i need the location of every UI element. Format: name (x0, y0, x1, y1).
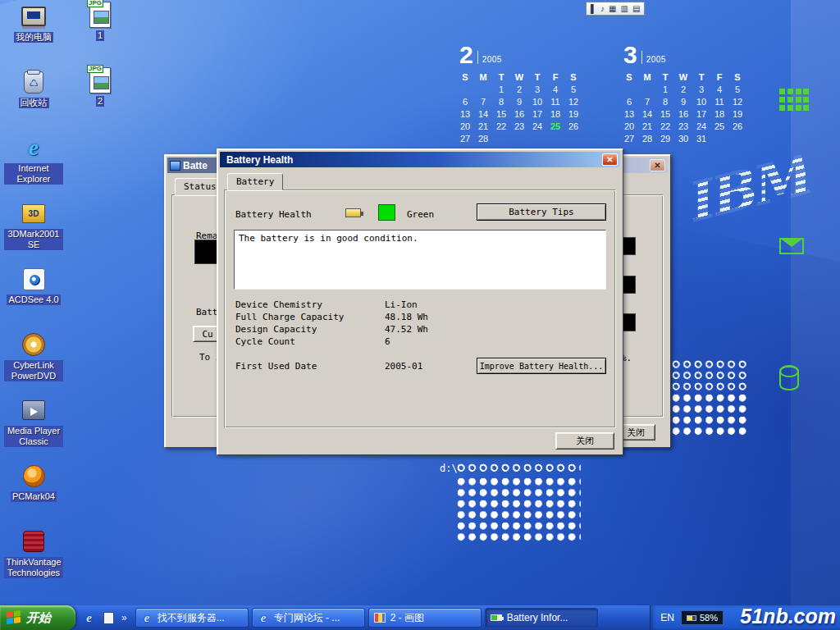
calendar-day: 14 (474, 109, 492, 119)
calendar-day: 8 (656, 97, 674, 107)
calendar-grid: SMTWTFS123456789101112131415161718192021… (456, 72, 584, 144)
calendar-month-number: 3 (623, 44, 637, 66)
calendar-day: 5 (564, 84, 582, 94)
ie-icon (29, 135, 39, 161)
calendar-day: 3 (692, 84, 710, 94)
desktop-file-1[interactable]: JPG1 (77, 2, 123, 67)
taskbar-task-button[interactable]: Battery Infor... (485, 608, 598, 628)
calendar-day (564, 134, 582, 144)
close-button[interactable]: ✕ (602, 153, 618, 166)
taskbar-task-button[interactable]: 2 - 画图 (368, 608, 482, 628)
desktop-icon-mark3d[interactable]: 3DMark2001 SE (3, 200, 64, 266)
window-icon (170, 161, 180, 171)
calendar-day-header: T (656, 72, 674, 82)
window-title: Batte (183, 160, 208, 171)
tab-battery[interactable]: Battery (227, 173, 283, 190)
calendar-day: 22 (656, 121, 674, 131)
dot-pattern (456, 477, 581, 543)
desktop-icon-thinkvantage[interactable]: ThinkVantage Technologies (3, 528, 64, 594)
calendar-day: 28 (474, 134, 492, 144)
desktop-file-2[interactable]: JPG2 (77, 67, 123, 133)
calendar-day-header: W (674, 72, 692, 82)
acdsee-icon (23, 268, 45, 290)
field-value: 48.18 Wh (385, 312, 428, 322)
handle-icon[interactable]: ▌ (591, 5, 596, 13)
start-button[interactable]: 开始 (0, 605, 75, 630)
field-label: Full Charge Capacity (235, 312, 344, 322)
close-button[interactable]: ✕ (650, 159, 665, 171)
calendar-day (638, 84, 656, 94)
calendar-day: 11 (546, 97, 564, 107)
calendar-day: 19 (564, 109, 582, 119)
calendar-day: 12 (728, 97, 746, 107)
calendar-day-header: M (638, 72, 656, 82)
calendar-day: 4 (710, 84, 728, 94)
calendar-day: 16 (510, 109, 528, 119)
battery-health-dialog[interactable]: Battery Health ✕ Battery Battery Health … (217, 148, 623, 455)
calendar-day: 23 (510, 121, 528, 131)
calendar-day: 13 (456, 109, 474, 119)
desktop-icon-mpc[interactable]: Media Player Classic (3, 397, 64, 463)
calendar-day-header: F (710, 72, 728, 82)
desktop-icon-ie[interactable]: Internet Explorer (3, 135, 64, 200)
mpc-icon (22, 400, 45, 420)
thinkvantage-icon (23, 531, 44, 552)
floating-toolbar[interactable]: ▌♪▦▥▤ (586, 2, 645, 16)
taskbar-task-button[interactable]: e找不到服务器... (135, 608, 249, 628)
battery-tips-button[interactable]: Battery Tips (477, 203, 606, 221)
desktop-icon-label: 我的电脑 (14, 32, 53, 43)
internet-explorer-quick-icon[interactable]: e (82, 611, 96, 625)
windows-flag-icon (7, 610, 21, 626)
dot-pattern (671, 393, 749, 437)
improve-battery-health-button[interactable]: Improve Battery Health... (477, 358, 606, 374)
dialog-titlebar[interactable]: Battery Health ✕ (220, 152, 620, 167)
calendar-day: 18 (546, 109, 564, 119)
document-quick-icon[interactable] (102, 611, 116, 625)
calendar-day: 27 (456, 134, 474, 144)
desktop-icon-label: 回收站 (19, 98, 49, 108)
desktop-icon-acdsee[interactable]: ACDSee 4.0 (3, 266, 64, 331)
calendar-day: 14 (638, 109, 656, 119)
ie-icon: e (141, 612, 153, 624)
calendar-day: 30 (674, 134, 692, 144)
detail-row: Design Capacity47.52 Wh (235, 324, 605, 336)
condition-textbox[interactable]: The battery is in good condition. (234, 230, 606, 290)
desktop-icon-label: ThinkVantage Technologies (4, 557, 63, 578)
desktop-icon-column: 我的电脑回收站Internet Explorer3DMark2001 SEACD… (3, 3, 64, 594)
desktop-icon-recycle[interactable]: 回收站 (3, 69, 64, 135)
calendar-day-header: T (492, 72, 510, 82)
battery-meter[interactable]: 58% (681, 610, 724, 625)
task-button-area: e找不到服务器...e专门网论坛 - ...2 - 画图Battery Info… (134, 608, 651, 628)
recycle-icon (24, 71, 43, 94)
calendar-divider (477, 51, 478, 64)
desktop-icon-mycomputer[interactable]: 我的电脑 (3, 3, 64, 69)
calendar-day: 16 (674, 109, 692, 119)
calendar-day (474, 84, 492, 94)
close-dialog-button[interactable]: 关闭 (555, 432, 614, 450)
calendar-day: 31 (692, 134, 710, 144)
task-button-label: Battery Infor... (507, 612, 568, 623)
notes-icon[interactable]: ▤ (632, 5, 640, 13)
taskbar-task-button[interactable]: e专门网论坛 - ... (252, 608, 365, 628)
calendar-month-number: 2 (459, 44, 473, 66)
calendar-day: 8 (492, 97, 510, 107)
calendar-year: 2005 (646, 55, 666, 64)
calendar-day: 24 (692, 121, 710, 131)
language-indicator[interactable]: EN (660, 612, 674, 623)
calendar-day: 27 (620, 134, 638, 144)
speaker-icon[interactable]: ♪ (600, 5, 605, 13)
desktop-icon-powerdvd[interactable]: CyberLink PowerDVD (3, 331, 64, 397)
field-value: 47.52 Wh (385, 324, 428, 335)
battery-meter-icon[interactable]: ▥ (621, 5, 628, 13)
desktop-icon-label: CyberLink PowerDVD (4, 360, 63, 381)
database-cylinder-icon (779, 366, 799, 390)
start-label: 开始 (26, 610, 51, 626)
calendar-day: 4 (546, 84, 564, 94)
battery-percent: 58% (700, 613, 718, 623)
display-icon[interactable]: ▦ (609, 5, 616, 13)
jpg-file-icon: JPG (89, 67, 111, 94)
field-label: First Used Date (235, 361, 317, 372)
quick-launch-overflow-chevron[interactable]: » (121, 612, 127, 623)
calendar-day: 18 (710, 109, 728, 119)
desktop-icon-pcmark[interactable]: PCMark04 (3, 463, 64, 528)
